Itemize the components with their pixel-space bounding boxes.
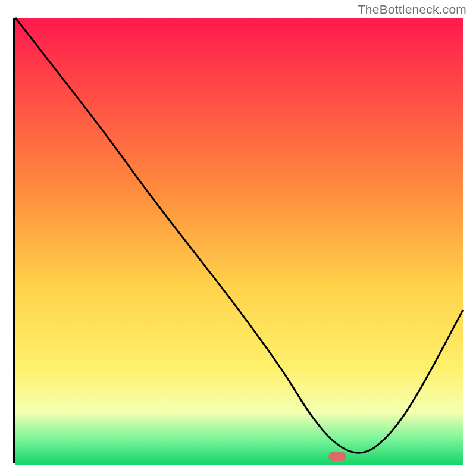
watermark-text: TheBottleneck.com [358,2,466,17]
bottleneck-curve [15,18,463,461]
chart-container: TheBottleneck.com [0,0,476,476]
plot-area [13,18,463,463]
optimal-marker [328,452,346,461]
